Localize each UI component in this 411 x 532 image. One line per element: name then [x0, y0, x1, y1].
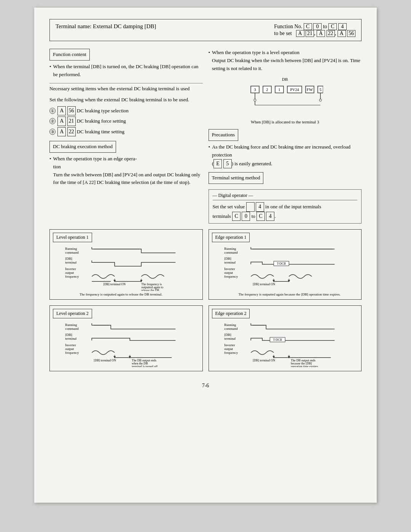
do-terminals: terminals C 0 to C 4.	[213, 213, 276, 219]
svg-text:frequency: frequency	[65, 275, 79, 278]
set-a56-n: 56	[347, 30, 355, 37]
function-content-label: Function content	[49, 49, 90, 61]
svg-text:Inverter: Inverter	[65, 267, 76, 271]
svg-text:Inverter: Inverter	[65, 343, 76, 347]
edge-op-2-svg: Running command [DB] terminal Inverter o…	[212, 321, 358, 367]
item3-text: DC braking time setting	[77, 129, 124, 134]
edge-op-2-box: Edge operation 2 Running command [DB] te…	[209, 305, 362, 371]
level-op-2-box: Level operation 2 Running command [DB] t…	[49, 305, 203, 371]
page-number: 7-6	[49, 383, 362, 389]
svg-text:terminal: terminal	[224, 337, 236, 340]
level-op-2-title: Level operation 2	[53, 309, 92, 318]
svg-text:command: command	[65, 327, 79, 331]
bullet-symbol-2: •	[49, 155, 51, 187]
svg-text:Running: Running	[65, 323, 77, 327]
db-diagram: DB 3 2 1 PV24 FW 5	[209, 76, 362, 125]
svg-text:frequency: frequency	[224, 275, 238, 278]
svg-text:T-DCB: T-DCB	[277, 262, 285, 265]
digital-op-box: — Digital operator — Set the set value 4…	[209, 189, 362, 224]
do-blank	[246, 202, 255, 211]
svg-text:output: output	[224, 271, 233, 275]
digital-op-text: Set the set value 4 in one of the input …	[213, 202, 358, 221]
function-no: Function No. C 0 to C 4 to be set A 21, …	[274, 23, 355, 37]
svg-text:frequency: frequency	[224, 351, 238, 355]
do-0: 0	[242, 212, 250, 221]
set-a56-a: A	[338, 30, 346, 37]
item3-22: 22	[67, 127, 76, 136]
svg-marker-28	[113, 280, 116, 282]
prec-e: E	[213, 159, 222, 168]
svg-text:command: command	[65, 251, 79, 254]
do-4: 4	[256, 202, 264, 211]
item2-text: DC braking force setting	[77, 118, 126, 124]
right-bullet-1: • When the operation type is a level ope…	[209, 49, 362, 72]
svg-text:terminal: terminal	[224, 260, 236, 264]
item1-56: 56	[67, 106, 76, 115]
svg-text:terminal: terminal	[65, 337, 76, 340]
bullet-2: • When the operation type is an edge ope…	[49, 155, 203, 187]
svg-text:1: 1	[278, 87, 280, 92]
precaution-text: As the DC braking force and DC braking t…	[212, 143, 362, 168]
item2: ② A 21 DC braking force setting	[49, 117, 203, 126]
svg-text:FW: FW	[307, 87, 313, 92]
bullet-1-text: When the terminal [DB] is turned on, the…	[53, 63, 203, 79]
fn-4: 4	[338, 23, 347, 30]
diagram-caption: When [DB] is allocated to the terminal 3	[209, 119, 362, 126]
svg-text:terminal: terminal	[65, 260, 76, 264]
page: Terminal name: External DC damping [DB] …	[34, 8, 377, 503]
circle-3: ③	[49, 129, 56, 135]
dc-exec-label-box: DC braking execution method	[49, 141, 203, 155]
terminal-setting-section: Terminal setting method — Digital operat…	[209, 172, 362, 224]
svg-marker-48	[288, 280, 290, 282]
db-label: DB	[209, 76, 362, 83]
edge-op-1-title: Edge operation 1	[212, 233, 250, 242]
do-4end: 4	[266, 212, 274, 221]
fn-c2: C	[328, 23, 337, 30]
right-bullet-symbol: •	[209, 49, 210, 72]
bullet-2-text: When the operation type is an edge opera…	[53, 155, 203, 187]
left-col: Function content • When the terminal [DB…	[49, 49, 203, 224]
svg-text:[DB]: [DB]	[65, 333, 72, 337]
svg-text:command: command	[224, 327, 238, 331]
svg-marker-80	[288, 356, 290, 358]
svg-text:Running: Running	[65, 247, 77, 251]
main-two-col: Function content • When the terminal [DB…	[49, 49, 362, 224]
svg-marker-46	[272, 280, 275, 282]
dc-exec-label: DC braking execution method	[49, 141, 116, 153]
svg-marker-78	[272, 356, 275, 358]
item3-a: A	[57, 127, 66, 136]
svg-text:Running: Running	[224, 323, 236, 327]
edge-op-1-svg: Running command [DB] terminal Inverter o…	[212, 245, 358, 291]
edge-op-2-title: Edge operation 2	[212, 309, 250, 318]
svg-text:command: command	[224, 251, 238, 254]
svg-point-16	[319, 99, 322, 101]
fn-to: to	[323, 24, 327, 29]
circle-2: ②	[49, 118, 56, 124]
set-a22-n: 22	[327, 30, 335, 37]
item1-text: DC braking type selection	[77, 108, 129, 113]
svg-text:5: 5	[319, 87, 322, 92]
svg-text:Running: Running	[224, 247, 236, 251]
precaution-bullet: • As the DC braking force and DC braking…	[209, 143, 362, 168]
bullet-symbol: •	[49, 63, 51, 79]
header-section: Terminal name: External DC damping [DB] …	[49, 19, 362, 41]
svg-text:output: output	[224, 347, 233, 351]
svg-text:release the DB: release the DB	[141, 289, 159, 291]
item1-a: A	[57, 106, 66, 115]
svg-text:[DB] terminal ON: [DB] terminal ON	[253, 359, 275, 362]
svg-text:output: output	[65, 347, 74, 351]
bullet-1: • When the terminal [DB] is turned on, t…	[49, 63, 203, 79]
circle-1: ①	[49, 108, 56, 114]
svg-text:Inverter: Inverter	[224, 343, 235, 347]
prec-bullet-symbol: •	[209, 143, 210, 168]
svg-text:output: output	[65, 271, 74, 275]
svg-text:3: 3	[254, 87, 256, 92]
item2-21: 21	[67, 117, 76, 126]
right-col: • When the operation type is a level ope…	[209, 49, 362, 224]
prec-5: 5	[223, 159, 232, 168]
svg-text:T-DCB: T-DCB	[273, 338, 282, 342]
db-circuit-svg: 3 2 1 PV24 FW 5	[247, 84, 323, 115]
svg-text:[DB]: [DB]	[224, 257, 231, 260]
svg-text:terminal is turned off.: terminal is turned off.	[132, 365, 158, 367]
level-op-1-svg: Running command [DB] terminal Inverter o…	[53, 245, 199, 291]
